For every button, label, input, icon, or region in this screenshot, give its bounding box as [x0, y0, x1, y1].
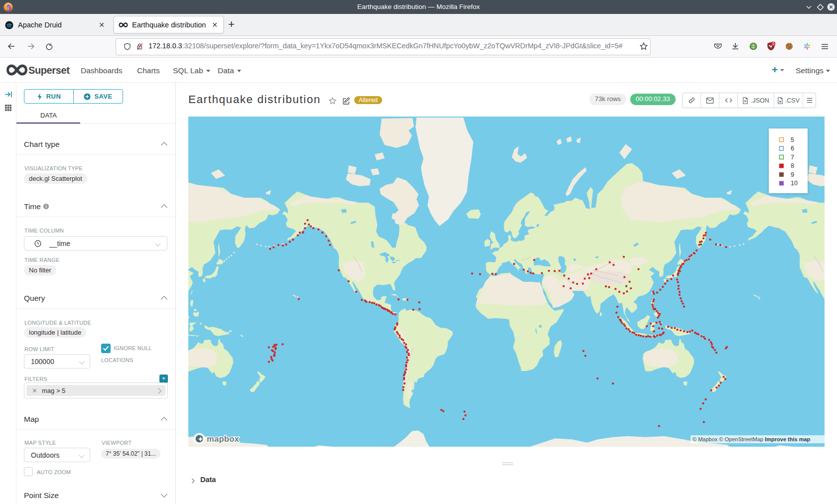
- svg-text:© Mapbox © OpenStreetMap Impro: © Mapbox © OpenStreetMap Improve this ma…: [693, 436, 811, 442]
- svg-text:10: 10: [791, 180, 798, 187]
- svg-text:mapbox: mapbox: [207, 434, 240, 443]
- svg-text:2: 2: [772, 42, 774, 45]
- svg-text:9: 9: [791, 171, 794, 178]
- svg-text:5: 5: [791, 136, 794, 143]
- svg-text:8: 8: [791, 162, 794, 169]
- svg-text:7: 7: [791, 154, 794, 161]
- svg-text:6: 6: [791, 145, 794, 152]
